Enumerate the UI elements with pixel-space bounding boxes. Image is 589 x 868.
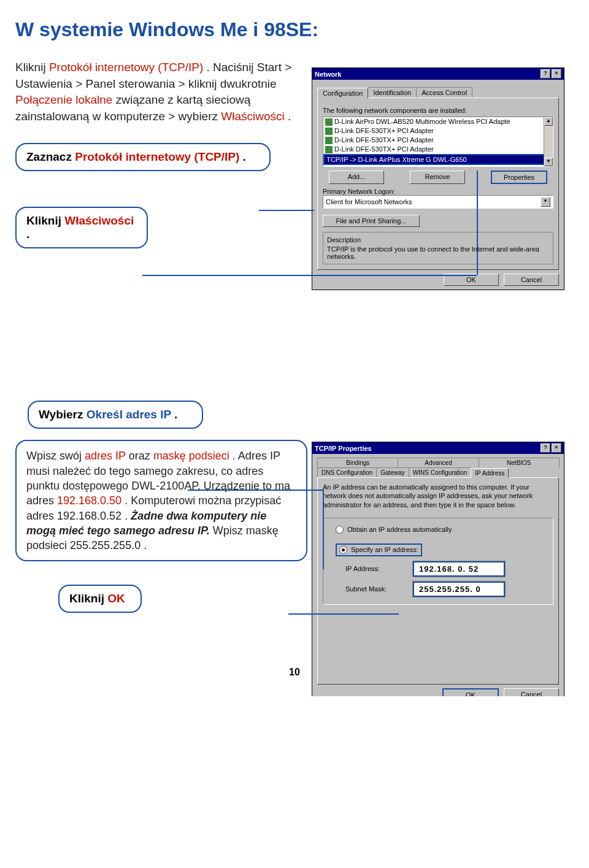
instr-text: Wpisz swój <box>26 450 85 462</box>
instr-highlight: 192.168.0.50 <box>57 494 121 507</box>
connector-line <box>142 275 477 276</box>
ip-description: An IP address can be automatically assig… <box>323 483 553 509</box>
intro-part: . <box>288 110 291 123</box>
list-item-label: D-Link AirPro DWL-AB520 Multimode Wirele… <box>334 118 510 125</box>
connector-line <box>259 210 314 211</box>
tcpip-dialog: TCP/IP Properties ? × Bindings Advanced … <box>312 442 564 696</box>
adapter-icon <box>325 128 333 135</box>
network-title: Network <box>315 71 341 78</box>
tcpip-tabs: Bindings Advanced NetBIOS <box>317 458 559 467</box>
list-item[interactable]: D-Link DFE-530TX+ PCI Adapter <box>323 126 553 136</box>
description-box: Description TCP/IP is the protocol you u… <box>323 232 553 264</box>
tab-advanced[interactable]: Advanced <box>398 458 479 467</box>
callout-text: . <box>174 408 177 421</box>
logon-combobox[interactable]: Client for Microsoft Networks ▼ <box>323 195 553 209</box>
instr-text: . <box>144 539 147 551</box>
callout-text: Zaznacz <box>26 150 75 163</box>
tab-dns[interactable]: DNS Configuration <box>317 467 377 477</box>
adapter-icon <box>325 137 333 144</box>
list-item[interactable]: D-Link DFE-530TX+ PCI Adapter <box>323 136 553 145</box>
radio-icon <box>339 546 347 554</box>
connector-line <box>288 613 399 615</box>
callout-text: Kliknij <box>69 592 107 605</box>
callout-click-ok: Kliknij OK <box>58 585 142 613</box>
subnet-mask-input[interactable]: 255.255.255. 0 <box>413 582 505 597</box>
logon-label: Primary Network Logon: <box>323 188 553 195</box>
intro-highlight: Właściwości <box>221 110 284 123</box>
help-icon[interactable]: ? <box>541 69 550 79</box>
intro-text: Kliknij Protokół internetowy (TCP/IP) . … <box>15 60 304 125</box>
list-item[interactable]: D-Link DFE-530TX+ PCI Adapter <box>323 145 553 154</box>
file-print-sharing-button[interactable]: File and Print Sharing... <box>323 215 420 227</box>
tab-identification[interactable]: Identification <box>368 87 417 98</box>
tcpip-tabs-row2: DNS Configuration Gateway WINS Configura… <box>317 467 559 477</box>
instruction-block: Wpisz swój adres IP oraz maskę podsieci … <box>15 440 307 561</box>
radio-obtain-auto[interactable]: Obtain an IP address automatically <box>336 526 549 534</box>
tcpip-titlebar[interactable]: TCP/IP Properties ? × <box>312 442 564 454</box>
callout-text: Kliknij <box>26 214 64 227</box>
list-item-tcpip[interactable]: TCP/IP -> D-Link AirPlus Xtreme G DWL-G6… <box>323 154 553 165</box>
description-text: TCP/IP is the protocol you use to connec… <box>327 245 549 260</box>
tab-netbios[interactable]: NetBIOS <box>479 458 560 467</box>
callout-text: . <box>243 150 246 163</box>
network-tabs: Configuration Identification Access Cont… <box>317 87 559 98</box>
instr-text: 192.168.0.52 <box>57 510 121 522</box>
chevron-down-icon[interactable]: ▼ <box>541 197 550 207</box>
connector-line <box>323 490 324 569</box>
connector-line <box>477 171 478 275</box>
ok-button[interactable]: OK <box>442 688 499 696</box>
close-icon[interactable]: × <box>552 69 561 79</box>
ip-address-label: IP Address: <box>345 565 407 572</box>
ip-address-input[interactable]: 192.168. 0. 52 <box>413 561 505 577</box>
close-icon[interactable]: × <box>552 444 561 453</box>
tab-bindings[interactable]: Bindings <box>317 458 398 467</box>
network-titlebar[interactable]: Network ? × <box>312 68 564 80</box>
callout-select-tcpip: Zaznacz Protokół internetowy (TCP/IP) . <box>15 143 271 171</box>
instr-highlight: adres IP <box>85 450 126 462</box>
list-item[interactable]: D-Link AirPro DWL-AB520 Multimode Wirele… <box>323 117 553 126</box>
radio-icon <box>336 526 344 534</box>
callout-highlight: Właściwości <box>64 214 134 227</box>
scrollbar[interactable]: ▲ ▼ <box>544 117 553 166</box>
adapter-icon <box>325 118 333 126</box>
list-item-label: D-Link DFE-530TX+ PCI Adapter <box>334 127 434 134</box>
cancel-button[interactable]: Cancel <box>504 688 559 696</box>
properties-button[interactable]: Properties <box>491 171 547 184</box>
logon-value: Client for Microsoft Networks <box>326 198 412 205</box>
instr-text: oraz <box>129 450 153 462</box>
tab-gateway[interactable]: Gateway <box>376 467 409 477</box>
tcpip-title: TCP/IP Properties <box>315 445 372 452</box>
callout-specify-ip: Wybierz Określ adres IP . <box>28 401 203 429</box>
callout-text: Wybierz <box>39 408 87 421</box>
connector-line <box>188 490 323 491</box>
subnet-mask-label: Subnet Mask: <box>345 585 407 593</box>
list-item-label: D-Link DFE-530TX+ PCI Adapter <box>334 136 434 144</box>
tab-wins[interactable]: WINS Configuration <box>409 467 471 477</box>
cancel-button[interactable]: Cancel <box>504 274 559 286</box>
tab-access-control[interactable]: Access Control <box>416 87 472 98</box>
intro-part: Kliknij <box>15 61 49 74</box>
scroll-up-icon[interactable]: ▲ <box>544 117 553 126</box>
instr-highlight: maskę podsieci <box>153 450 229 462</box>
adapter-icon <box>325 146 333 153</box>
tab-configuration[interactable]: Configuration <box>317 88 368 98</box>
callout-highlight: OK <box>107 592 125 605</box>
components-label: The following network components are ins… <box>323 107 553 114</box>
callout-highlight: Określ adres IP <box>87 408 171 421</box>
list-item-label: D-Link DFE-530TX+ PCI Adapter <box>334 145 434 153</box>
remove-button[interactable]: Remove <box>410 171 465 184</box>
list-item-label: TCP/IP -> D-Link AirPlus Xtreme G DWL-G6… <box>326 156 467 163</box>
radio-specify-ip[interactable]: Specify an IP address: <box>336 543 422 556</box>
intro-highlight: Połączenie lokalne <box>15 93 112 106</box>
help-icon[interactable]: ? <box>541 444 550 453</box>
page-heading: W systemie Windows Me i 98SE: <box>15 18 574 41</box>
callout-highlight: Protokół internetowy (TCP/IP) <box>75 150 239 163</box>
radio-label: Specify an IP address: <box>351 546 418 553</box>
instr-text: 255.255.255.0 <box>70 539 141 551</box>
scroll-down-icon[interactable]: ▼ <box>544 158 553 166</box>
tab-ip-address[interactable]: IP Address <box>471 468 509 478</box>
network-dialog: Network ? × Configuration Identification… <box>312 67 564 290</box>
callout-text: . <box>26 228 29 240</box>
components-listbox[interactable]: D-Link AirPro DWL-AB520 Multimode Wirele… <box>323 117 553 167</box>
add-button[interactable]: Add... <box>329 171 384 184</box>
